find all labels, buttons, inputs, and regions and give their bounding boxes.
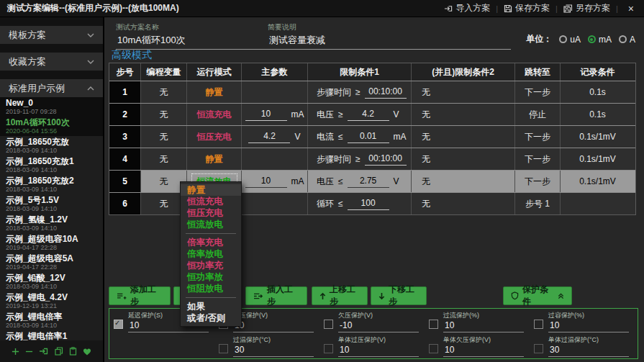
condition2-cell[interactable]: 无: [412, 171, 515, 192]
mode-cell[interactable]: 恒流充电: [187, 104, 242, 125]
plan-item[interactable]: 示例_氢镍_1.2V 2018-03-09 14:10: [0, 214, 103, 233]
move-down-button[interactable]: 下移工步: [371, 286, 427, 305]
dropdown-item[interactable]: 倍率放电: [181, 248, 241, 260]
condition2-cell[interactable]: 无: [412, 104, 515, 125]
import-icon[interactable]: [39, 347, 48, 356]
param-cell[interactable]: [242, 148, 308, 170]
param-cell[interactable]: [242, 81, 308, 103]
add-step-button[interactable]: 添加工步: [109, 286, 171, 305]
sidebar-section-template-plans[interactable]: 模板方案: [0, 26, 103, 44]
protection-value-input[interactable]: 30: [548, 344, 629, 357]
protection-value-input[interactable]: 10: [443, 320, 524, 332]
plan-item[interactable]: 示例_超级电容10A 2019-04-17 22:28: [0, 233, 103, 253]
condition1-cell[interactable]: 电压≥4.2V: [308, 104, 412, 125]
variable-cell[interactable]: 无: [141, 81, 187, 103]
variable-cell[interactable]: 无: [141, 104, 187, 125]
checkbox-icon[interactable]: [429, 320, 438, 329]
condition2-cell[interactable]: 无: [412, 148, 515, 170]
checkbox-icon[interactable]: [534, 344, 543, 353]
record-cell[interactable]: 0.1s/1mV: [561, 171, 635, 192]
save-plan-button[interactable]: 保存方案: [504, 2, 550, 14]
param-cell[interactable]: 4.2V: [242, 126, 308, 148]
condition2-cell[interactable]: 无: [412, 81, 515, 103]
jump-cell[interactable]: 下一步: [515, 81, 561, 103]
checkbox-icon[interactable]: [534, 320, 543, 329]
dropdown-item[interactable]: 恒阻放电: [181, 283, 241, 294]
condition1-cell[interactable]: 电流≤0.01mA: [308, 126, 412, 148]
heart-icon[interactable]: [83, 348, 91, 356]
dropdown-item[interactable]: 静置: [181, 184, 241, 196]
checkbox-icon[interactable]: [324, 344, 333, 353]
jump-cell[interactable]: 下一步: [515, 126, 561, 148]
plan-item[interactable]: 示例_18650充放2 2018-03-09 14:10: [0, 175, 103, 194]
record-cell[interactable]: 0.1s/1mV: [561, 126, 635, 148]
variable-cell[interactable]: 无: [141, 126, 187, 148]
checkbox-checked-icon[interactable]: [114, 320, 123, 329]
protection-value-input[interactable]: 10: [548, 320, 629, 332]
jump-cell[interactable]: 下一步: [515, 171, 561, 192]
insert-step-button[interactable]: 插入工步: [245, 286, 307, 305]
move-up-button[interactable]: 上移工步: [312, 286, 368, 305]
protection-value-input[interactable]: 30: [233, 344, 314, 357]
plan-item[interactable]: 示例_锂电倍率 2018-03-09 14:10: [0, 311, 103, 330]
param-cell[interactable]: 10mA: [242, 104, 308, 125]
plan-item[interactable]: 示例_超级电容5A 2019-04-17 22:28: [0, 253, 103, 272]
record-cell[interactable]: [561, 193, 635, 214]
condition1-cell[interactable]: 步骤时间≥00:10:00: [308, 81, 412, 103]
unit-option-ua[interactable]: uA: [559, 35, 581, 45]
sidebar-section-standard-examples[interactable]: 标准用户示例: [0, 79, 103, 97]
plan-item-selected[interactable]: 10mA循环100次 2020-06-04 15:56: [0, 117, 103, 136]
add-icon[interactable]: [12, 348, 19, 356]
dropdown-item[interactable]: 恒功率放: [181, 271, 241, 283]
paste-icon[interactable]: [69, 347, 77, 356]
condition2-cell[interactable]: 无: [412, 126, 515, 148]
dropdown-item[interactable]: 恒压充电: [181, 207, 241, 219]
import-plan-button[interactable]: 导入方案: [444, 2, 490, 14]
condition2-cell[interactable]: 无: [412, 193, 515, 214]
protection-value-input[interactable]: 10: [338, 344, 419, 357]
dropdown-item[interactable]: 如果: [181, 301, 241, 312]
jump-cell[interactable]: 下一步: [515, 148, 561, 170]
mode-cell[interactable]: 恒压充电: [187, 126, 242, 148]
mode-cell[interactable]: 静置: [187, 81, 242, 103]
dropdown-item[interactable]: 恒流充电: [181, 196, 241, 207]
plan-item[interactable]: 示例_铅酸_12V 2018-03-09 14:10: [0, 272, 103, 291]
plan-item[interactable]: 示例_5号1.5V 2018-03-09 14:10: [0, 194, 103, 214]
protection-value-input[interactable]: 10: [233, 320, 314, 332]
jump-cell[interactable]: 停止: [515, 104, 561, 125]
protection-value-input[interactable]: 10: [443, 344, 524, 357]
checkbox-icon[interactable]: [429, 344, 438, 353]
plan-item[interactable]: 示例_18650充放1 2018-03-09 14:10: [0, 155, 103, 175]
condition1-cell[interactable]: 循环≤100: [308, 193, 412, 214]
plan-desc-input[interactable]: 测试容量衰减: [268, 32, 511, 50]
dropdown-item[interactable]: 恒流放电: [181, 219, 241, 230]
dropdown-item[interactable]: 恒功率充: [181, 260, 241, 271]
checkbox-icon[interactable]: [219, 344, 228, 353]
checkbox-icon[interactable]: [324, 320, 333, 329]
jump-cell[interactable]: 步号 1: [515, 193, 561, 214]
dropdown-item[interactable]: 或者/否则: [181, 312, 241, 324]
param-cell[interactable]: 10mA: [242, 171, 308, 192]
record-cell[interactable]: 0.1s: [561, 81, 635, 103]
plan-item[interactable]: 示例_18650充放 2018-03-09 14:10: [0, 136, 103, 155]
param-cell[interactable]: [242, 193, 308, 214]
record-cell[interactable]: 0.1s: [561, 104, 635, 125]
variable-cell[interactable]: 无: [141, 148, 187, 170]
unit-option-ma[interactable]: mA: [588, 35, 612, 45]
plan-item[interactable]: 示例_锂电_4.2V 2019-12-19 13:21: [0, 291, 103, 311]
unit-option-a[interactable]: A: [619, 35, 635, 45]
table-row[interactable]: 2 无 恒流充电 10mA 电压≥4.2V 无 停止 0.1s: [109, 104, 635, 126]
condition1-cell[interactable]: 电压≤2.75V: [308, 171, 412, 192]
protection-conditions-button[interactable]: 保护条件: [503, 286, 572, 305]
dropdown-item[interactable]: 倍率充电: [181, 237, 241, 248]
condition1-cell[interactable]: 步骤时间≥00:10:00: [308, 148, 412, 170]
table-row[interactable]: 3 无 恒压充电 4.2V 电流≤0.01mA 无 下一步 0.1s/1mV: [109, 126, 635, 148]
table-row[interactable]: 1 无 静置 步骤时间≥00:10:00 无 下一步 0.1s: [109, 81, 635, 104]
table-row[interactable]: 4 无 静置 步骤时间≥00:10:00 无 下一步 0.1s/1mV: [109, 148, 635, 171]
plan-item[interactable]: New_0 2019-11-07 09:28: [0, 97, 103, 117]
remove-icon[interactable]: [25, 348, 33, 356]
record-cell[interactable]: 0.1s/1mV: [561, 148, 635, 170]
mode-cell[interactable]: 静置: [187, 148, 242, 170]
protection-value-input[interactable]: -10: [338, 320, 419, 332]
sidebar-section-favorite-plans[interactable]: 收藏方案: [0, 53, 103, 71]
